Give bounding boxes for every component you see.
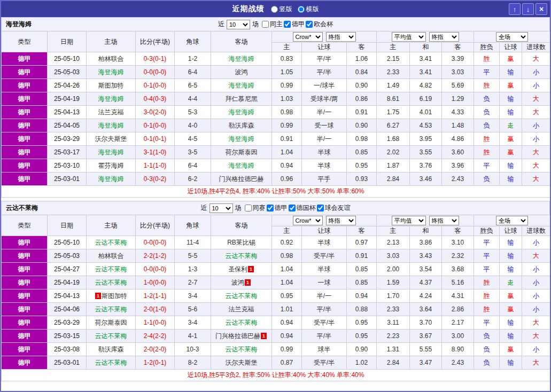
filter-checkbox[interactable]: 德甲 (284, 20, 305, 29)
euro-away-header: 客 (442, 226, 474, 236)
score-cell: 0-1(0-0) (136, 79, 175, 92)
move-up-button[interactable]: ↑ (509, 3, 521, 15)
team-name-text: 海登海姆 (98, 68, 124, 76)
score-cell: 2-2(1-2) (136, 249, 175, 263)
scope-select[interactable]: 全场 (496, 216, 528, 225)
layout-radio-horizontal[interactable]: 横版 (298, 5, 319, 14)
result-wdl-cell: 平 (474, 249, 500, 263)
result-wdl-cell: 胜 (474, 146, 500, 159)
filter-checks: 同赛德甲德国杯球会友谊 (244, 203, 351, 213)
radio-input[interactable] (298, 6, 305, 13)
result-wdl-cell: 胜 (474, 276, 500, 289)
team-name-text: 云达不莱梅 (95, 239, 127, 246)
filter-checkbox[interactable]: 同主 (262, 20, 283, 29)
away-team-cell: 波鸿1 (211, 276, 272, 289)
euro-time-select[interactable]: 终指 (429, 32, 459, 42)
result-goals-header: 进球数 (522, 43, 550, 52)
team-name-text: 海登海姆 (229, 82, 254, 89)
summary-row: 近10场,胜5平3负2, 胜率:50% 让胜率:40% 大率:40% 单率:40… (2, 370, 550, 381)
filter-checkbox[interactable]: 球会友谊 (317, 203, 351, 213)
section-team-name: 云达不莱梅 (6, 203, 38, 213)
checkbox-input[interactable] (317, 205, 324, 211)
layout-radio-vertical[interactable]: 竖版 (271, 5, 292, 14)
home-team-cell: 海登海姆 (87, 146, 136, 159)
asia-away-odds-cell: 1.06 (347, 52, 377, 66)
euro-draw-odds-cell: 3.46 (410, 173, 442, 186)
col-away-header: 客场 (211, 215, 272, 236)
asia-away-odds-cell: 0.85 (347, 146, 377, 159)
asia-home-odds-cell: 1.04 (272, 276, 302, 289)
away-team-cell: RB莱比锡 (211, 236, 272, 249)
col-home-header: 主场 (87, 215, 136, 236)
euro-away-odds-cell: 2.43 (442, 356, 474, 370)
euro-home-odds-cell: 8.61 (377, 92, 410, 106)
home-team-cell: 云达不莱梅 (87, 276, 136, 289)
away-team-cell: 云达不莱梅 (211, 289, 272, 303)
euro-away-odds-cell: 2.17 (442, 316, 474, 330)
euro-time-select[interactable]: 终指 (429, 216, 459, 225)
euro-away-odds-cell: 5.69 (442, 79, 474, 92)
away-team-cell: 沃尔夫斯堡 (211, 356, 272, 370)
asia-home-header: 主 (272, 43, 302, 52)
asia-away-odds-cell: 0.90 (347, 119, 377, 132)
col-date-header: 日期 (48, 32, 87, 52)
result-handicap-cell: 赢 (500, 146, 522, 159)
match-count-select[interactable]: 10 (227, 20, 250, 29)
checkbox-input[interactable] (245, 205, 252, 211)
league-cell: 德甲 (2, 236, 48, 249)
corner-cell: 6-4 (175, 159, 211, 173)
result-goals-cell: 小 (522, 119, 550, 132)
odds-time-select[interactable]: 终指 (326, 216, 356, 225)
asia-home-header: 主 (272, 226, 302, 236)
filter-checkbox[interactable]: 德甲 (267, 203, 288, 213)
handicap-cell: 平/半 (302, 52, 347, 66)
home-team-cell: 海登海姆 (87, 173, 136, 186)
score-cell: 2-0(1-0) (136, 303, 175, 316)
euro-source-select[interactable]: 平均值 (392, 32, 426, 42)
home-team-cell: 柏林联合 (87, 249, 136, 263)
team-name-text: 云达不莱梅 (226, 319, 258, 326)
handicap-cell: 半球 (302, 159, 347, 173)
checkbox-input[interactable] (284, 21, 291, 28)
away-team-cell: 波鸿 (211, 66, 272, 79)
close-button[interactable]: × (536, 3, 547, 15)
corner-cell: 5-6 (175, 303, 211, 316)
euro-away-odds-cell: 2.43 (442, 173, 474, 186)
asia-away-odds-cell: 0.95 (347, 330, 377, 343)
result-goals-cell: 大 (522, 52, 550, 66)
team-name-text: 云达不莱梅 (95, 359, 127, 366)
euro-home-odds-cell: 1.70 (377, 289, 410, 303)
checkbox-input[interactable] (262, 21, 269, 28)
radio-input[interactable] (271, 6, 278, 13)
home-team-cell: 海登海姆 (87, 66, 136, 79)
euro-draw-odds-cell: 3.67 (410, 330, 442, 343)
odds-time-select[interactable]: 终指 (326, 32, 356, 42)
asia-home-odds-cell: 1.05 (272, 66, 302, 79)
corner-cell: 2-7 (175, 276, 211, 289)
away-team-cell: 门兴格拉德巴赫 (211, 173, 272, 186)
handicap-cell: 受平/半 (302, 249, 347, 263)
checkbox-input[interactable] (267, 205, 274, 211)
filter-checkbox[interactable]: 欧会杯 (306, 20, 333, 29)
move-down-button[interactable]: ↓ (522, 3, 534, 15)
euro-source-select[interactable]: 平均值 (392, 216, 426, 225)
result-wdl-cell: 负 (474, 92, 500, 106)
team-name-text: 云达不莱梅 (95, 265, 127, 273)
handicap-cell: 半/一 (302, 106, 347, 119)
odds-source-select[interactable]: Crow* (293, 32, 323, 42)
filter-checkbox[interactable]: 德国杯 (289, 203, 316, 213)
asia-away-odds-cell: 0.95 (347, 316, 377, 330)
col-home-header: 主场 (87, 32, 136, 52)
result-wdl-cell: 负 (474, 356, 500, 370)
filter-checkbox[interactable]: 同赛 (245, 203, 266, 213)
euro-draw-odds-cell: 4.01 (410, 106, 442, 119)
euro-home-odds-cell: 6.27 (377, 119, 410, 132)
checkbox-input[interactable] (289, 205, 296, 211)
scope-select[interactable]: 全场 (496, 32, 528, 42)
match-count-select[interactable]: 10 (209, 203, 233, 213)
odds-source-select[interactable]: Crow* (293, 216, 323, 225)
euro-away-odds-cell: 1.29 (442, 92, 474, 106)
home-team-cell: 海登海姆 (87, 92, 136, 106)
handicap-cell: 平/半 (302, 66, 347, 79)
checkbox-input[interactable] (306, 21, 313, 28)
